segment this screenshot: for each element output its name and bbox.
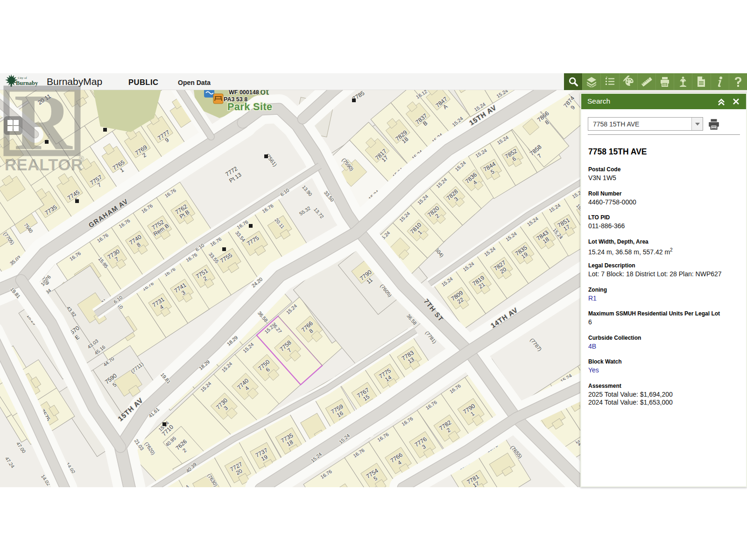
- svg-text:ot: ot: [260, 90, 269, 97]
- svg-text:WF 000148: WF 000148: [229, 90, 259, 96]
- svg-text:City of: City of: [18, 76, 27, 80]
- svg-text:Burnaby: Burnaby: [16, 80, 38, 86]
- svg-text:Park Site: Park Site: [227, 101, 273, 112]
